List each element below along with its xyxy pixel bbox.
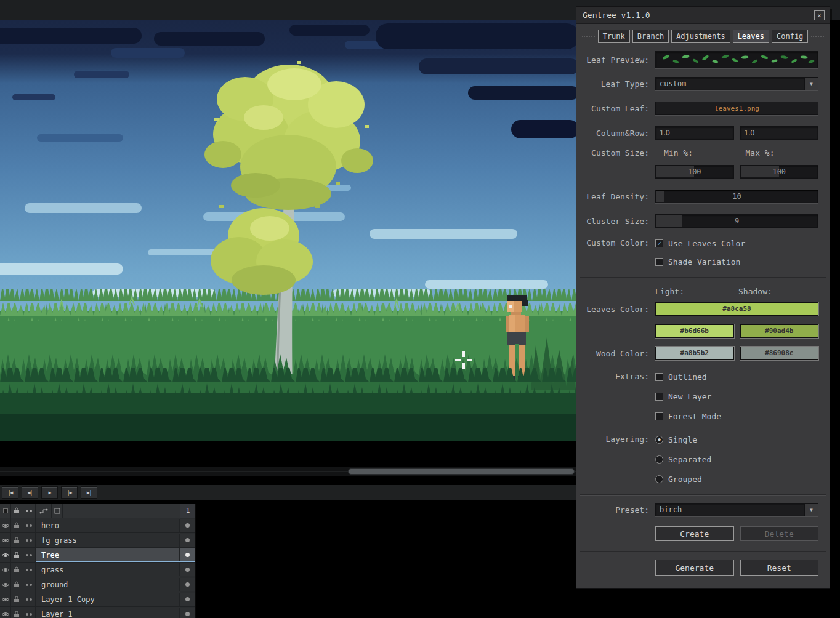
layer-name[interactable]: grass	[36, 563, 179, 576]
lock-icon[interactable]	[11, 563, 22, 577]
layer-name[interactable]: fg grass	[36, 534, 179, 547]
eye-icon[interactable]	[0, 592, 11, 606]
frame-cel[interactable]	[179, 593, 195, 606]
leaf-density-slider[interactable]: 10	[655, 190, 818, 203]
frame-cel[interactable]	[179, 534, 195, 547]
radio-separated[interactable]: Separated	[655, 452, 711, 466]
dialog-titlebar[interactable]: Gentree v1.1.0 ✕	[576, 7, 830, 24]
frame-cel[interactable]	[179, 608, 195, 618]
timeline-collapse-button[interactable]	[0, 504, 11, 518]
layer-row-hero[interactable]: hero	[0, 518, 195, 533]
continuous-icon[interactable]	[22, 577, 36, 592]
layer-row-layer1[interactable]: Layer 1	[0, 607, 195, 618]
frame-cel[interactable]	[179, 563, 195, 576]
continuous-all-button[interactable]	[22, 504, 36, 518]
generate-button[interactable]: Generate	[655, 560, 734, 576]
chevron-down-icon[interactable]: ▼	[804, 504, 818, 516]
checkbox-box[interactable]	[655, 412, 663, 420]
leaf-type-dropdown[interactable]: custom ▼	[655, 77, 818, 90]
timeline-options-button[interactable]	[36, 504, 52, 518]
eye-icon[interactable]	[0, 548, 11, 562]
wood-shadow-swatch[interactable]: #86908c	[740, 347, 819, 360]
lock-all-button[interactable]	[11, 504, 22, 518]
wood-light-swatch[interactable]: #a8b5b2	[655, 347, 734, 360]
tab-trunk[interactable]: Trunk	[598, 30, 630, 43]
continuous-icon[interactable]	[22, 548, 36, 562]
leaves-light-swatch[interactable]: #b6d66b	[655, 324, 734, 338]
checkbox-shade-variation[interactable]: Shade Variation	[655, 255, 745, 268]
column-input[interactable]	[655, 126, 734, 140]
max-size-slider[interactable]: 100	[740, 165, 819, 179]
checkbox-outlined[interactable]: Outlined	[655, 370, 721, 383]
leaves-shadow-swatch[interactable]: #90ad4b	[740, 324, 819, 338]
tab-config[interactable]: Config	[772, 30, 808, 43]
leaves-color-swatch[interactable]: #a8ca58	[655, 302, 818, 316]
lock-icon[interactable]	[11, 577, 22, 592]
close-button[interactable]: ✕	[814, 10, 825, 20]
checkbox-use-leaves-color[interactable]: ✓ Use Leaves Color	[655, 236, 745, 250]
frame-cel[interactable]	[179, 578, 195, 591]
eye-icon[interactable]	[0, 607, 11, 618]
eye-icon[interactable]	[0, 518, 11, 532]
lock-icon[interactable]	[11, 548, 22, 562]
checkbox-box[interactable]	[655, 258, 663, 266]
custom-leaf-file-button[interactable]: leaves1.png	[655, 102, 818, 115]
scrollbar-thumb[interactable]	[348, 468, 575, 475]
layer-name[interactable]: Tree	[36, 548, 179, 561]
radio-grouped[interactable]: Grouped	[655, 472, 711, 486]
previous-frame-button[interactable]: ◀|	[22, 486, 38, 499]
layer-row-grass[interactable]: grass	[0, 563, 195, 577]
layer-row-tree[interactable]: Tree	[0, 548, 195, 563]
play-button[interactable]: ▶	[41, 486, 58, 499]
row-input[interactable]	[740, 126, 819, 140]
tab-branch[interactable]: Branch	[632, 30, 669, 43]
checkbox-box[interactable]	[655, 393, 663, 401]
frame-cel[interactable]	[179, 519, 195, 532]
frame-number-header[interactable]: 1	[180, 504, 195, 518]
checkbox-box[interactable]: ✓	[655, 239, 663, 247]
layer-name[interactable]: ground	[36, 578, 179, 591]
onion-skin-button[interactable]	[52, 504, 63, 518]
cluster-size-slider[interactable]: 9	[655, 214, 818, 228]
reset-button[interactable]: Reset	[740, 560, 819, 576]
min-size-slider[interactable]: 100	[655, 165, 734, 179]
chevron-down-icon[interactable]: ▼	[804, 78, 818, 90]
continuous-icon[interactable]	[22, 563, 36, 577]
checkbox-box[interactable]	[655, 373, 663, 381]
next-frame-button[interactable]: |▶	[61, 486, 78, 499]
checkbox-new-layer[interactable]: New Layer	[655, 390, 721, 403]
layer-row-fg-grass[interactable]: fg grass	[0, 533, 195, 548]
tab-leaves[interactable]: Leaves	[733, 30, 769, 43]
lock-icon[interactable]	[11, 533, 22, 547]
continuous-icon[interactable]	[22, 607, 36, 618]
horizontal-scrollbar[interactable]	[0, 467, 576, 476]
checkbox-forest-mode[interactable]: Forest Mode	[655, 409, 721, 423]
lock-icon[interactable]	[11, 592, 22, 606]
layer-name[interactable]: Layer 1	[36, 608, 179, 618]
layer-name[interactable]: Layer 1 Copy	[36, 593, 179, 606]
first-frame-button[interactable]: |◀	[2, 486, 18, 499]
eye-icon[interactable]	[0, 533, 11, 547]
eye-icon[interactable]	[0, 577, 11, 592]
last-frame-button[interactable]: ▶|	[81, 486, 97, 499]
tab-adjustments[interactable]: Adjustments	[671, 30, 730, 43]
continuous-icon[interactable]	[22, 592, 36, 606]
lock-icon[interactable]	[11, 607, 22, 618]
radio-circle[interactable]	[655, 455, 663, 464]
continuous-icon[interactable]	[22, 518, 36, 532]
layer-row-layer1-copy[interactable]: Layer 1 Copy	[0, 592, 195, 607]
radio-dot-icon: ●	[658, 438, 660, 442]
continuous-icon[interactable]	[22, 533, 36, 547]
preset-dropdown[interactable]: birch ▼	[655, 503, 818, 516]
radio-circle[interactable]	[655, 475, 663, 483]
radio-single[interactable]: ● Single	[655, 433, 711, 446]
layer-row-ground[interactable]: ground	[0, 577, 195, 592]
lock-icon[interactable]	[11, 518, 22, 532]
delete-preset-button[interactable]: Delete	[740, 526, 819, 541]
create-preset-button[interactable]: Create	[655, 526, 734, 541]
frame-cel[interactable]	[179, 548, 195, 561]
radio-circle[interactable]: ●	[655, 436, 663, 444]
eye-icon[interactable]	[0, 563, 11, 577]
layer-name[interactable]: hero	[36, 519, 179, 532]
canvas[interactable]	[0, 20, 576, 441]
